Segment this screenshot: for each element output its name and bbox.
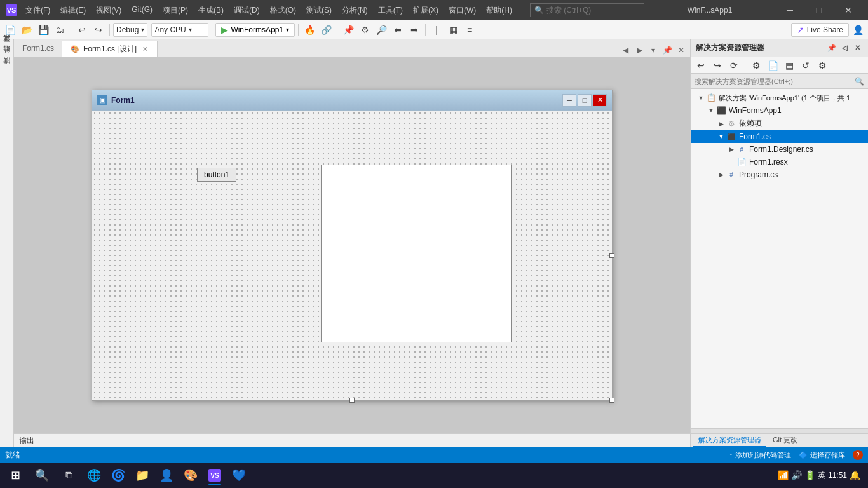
taskbar-explorer-app[interactable]: 📁 (131, 464, 154, 487)
tree-item-solution[interactable]: ▼ 📋 解决方案 'WinFormsApp1' (1 个项目，共 1 (691, 92, 868, 104)
taskbar-vscode-app[interactable]: 💙 (227, 464, 250, 487)
toolbar-btn8[interactable]: ≡ (462, 22, 477, 37)
se-refresh-btn[interactable]: ↺ (798, 58, 813, 73)
toolbar-btn1[interactable]: 📌 (341, 22, 356, 37)
minimize-button[interactable]: ─ (775, 0, 804, 20)
se-collapse-btn[interactable]: ▤ (782, 58, 797, 73)
toolbar-btn2[interactable]: ⚙ (357, 22, 372, 37)
resize-handle-br[interactable] (609, 398, 614, 403)
se-sync-btn[interactable]: ⟳ (726, 58, 742, 73)
task-view-btn[interactable]: ⧉ (56, 464, 81, 487)
menu-file[interactable]: 文件(F) (20, 3, 55, 18)
toolbar-btn7[interactable]: ▦ (445, 22, 461, 37)
se-preview-btn[interactable]: 📄 (765, 58, 780, 73)
taskbar-vs-app[interactable]: VS (203, 464, 226, 487)
redo-btn[interactable]: ↪ (91, 22, 106, 37)
tab-scroll-right[interactable]: ▶ (633, 44, 646, 57)
menu-window[interactable]: 窗口(W) (444, 3, 481, 18)
tab-form1-design[interactable]: 🎨 Form1.cs [设计] ✕ (62, 41, 158, 57)
form1-picturebox[interactable] (321, 165, 512, 342)
tree-item-form1designer[interactable]: ▶ # Form1.Designer.cs (691, 143, 868, 156)
taskbar-app3[interactable]: 👤 (155, 464, 178, 487)
diagram-label[interactable]: 前端 (1, 53, 13, 64)
tree-item-project[interactable]: ▼ ⬛ WinFormsApp1 (691, 104, 868, 117)
menu-test[interactable]: 测试(S) (301, 3, 337, 18)
tab-close-button[interactable]: ✕ (140, 44, 149, 53)
undo-btn[interactable]: ↩ (74, 22, 90, 37)
se-auto-hide-btn[interactable]: ◁ (839, 43, 850, 54)
search-taskbar-btn[interactable]: 🔍 (29, 464, 55, 487)
maximize-button[interactable]: □ (804, 0, 834, 20)
hot-reload-btn[interactable]: 🔥 (302, 22, 317, 37)
menu-git[interactable]: Git(G) (126, 3, 158, 18)
form1-close-btn[interactable]: ✕ (593, 94, 607, 107)
layer-label[interactable]: 满 (1, 65, 13, 75)
new-project-btn[interactable]: 📄 (3, 22, 18, 37)
tree-item-programcs[interactable]: ▶ # Program.cs (691, 168, 868, 181)
pin-tab-btn[interactable]: 📌 (661, 44, 674, 57)
notification-icon[interactable]: 🔔 (850, 470, 860, 480)
taskbar-reload-app[interactable]: 🌀 (107, 464, 130, 487)
title-search-box[interactable]: 🔍 (530, 3, 644, 17)
toolbar-btn4[interactable]: ⬅ (390, 22, 405, 37)
live-share-button[interactable]: ↗ Live Share (791, 23, 849, 37)
menu-edit[interactable]: 编辑(E) (55, 3, 91, 18)
form1-maximize-btn[interactable]: □ (578, 94, 592, 107)
tree-item-form1resx[interactable]: ▶ 📄 Form1.resx (691, 156, 868, 168)
debug-config-dropdown[interactable]: Debug ▾ (113, 23, 147, 37)
form1-body[interactable]: button1 (92, 111, 612, 400)
se-filter-btn[interactable]: ⚙ (749, 58, 764, 73)
menu-build[interactable]: 生成(B) (193, 3, 229, 18)
toolbar-btn5[interactable]: ➡ (407, 22, 422, 37)
taskbar-edge-app[interactable]: 🌐 (83, 464, 105, 487)
form1-window[interactable]: ▣ Form1 ─ □ ✕ button1 (92, 90, 613, 401)
save-all-btn[interactable]: 🗂 (52, 22, 67, 37)
form1-button1[interactable]: button1 (197, 168, 236, 182)
se-close-btn[interactable]: ✕ (851, 43, 863, 54)
tab-form1-cs[interactable]: Form1.cs (14, 40, 62, 57)
menu-project[interactable]: 项目(P) (158, 3, 193, 18)
menu-analyze[interactable]: 分析(N) (337, 3, 373, 18)
menu-format[interactable]: 格式(O) (265, 3, 301, 18)
platform-dropdown[interactable]: Any CPU ▾ (151, 23, 208, 37)
resize-handle-bm[interactable] (349, 398, 355, 403)
select-repo-btn[interactable]: 🔷 选择存储库 (799, 451, 845, 460)
toolbar-btn6[interactable]: | (429, 22, 444, 37)
design-canvas[interactable]: ▣ Form1 ─ □ ✕ button1 (14, 57, 690, 433)
se-pin-btn[interactable]: 📌 (826, 43, 837, 54)
se-settings-btn[interactable]: ⚙ (815, 58, 830, 73)
toolbar-btn3[interactable]: 🔎 (374, 22, 389, 37)
notification-badge[interactable]: 2 (853, 450, 863, 460)
menu-tools[interactable]: 工具(T) (373, 3, 408, 18)
toolbox-label[interactable]: 工具箱 (1, 42, 13, 52)
tab-options[interactable]: ▾ (647, 44, 660, 57)
se-forward-btn[interactable]: ↪ (710, 58, 725, 73)
run-btn[interactable]: ▶ WinFormsApp1 ▾ (215, 23, 295, 37)
save-btn[interactable]: 💾 (36, 22, 51, 37)
taskbar-app4[interactable]: 🎨 (179, 464, 202, 487)
attach-btn[interactable]: 🔗 (318, 22, 334, 37)
close-button[interactable]: ✕ (834, 0, 863, 20)
menu-extensions[interactable]: 扩展(X) (408, 3, 444, 18)
resize-handle-rm[interactable] (609, 253, 614, 258)
se-scrollbar[interactable] (691, 428, 868, 433)
menu-view[interactable]: 视图(V) (91, 3, 126, 18)
se-search[interactable]: 🔍 (691, 74, 868, 89)
se-back-btn[interactable]: ↩ (693, 58, 709, 73)
menu-debug[interactable]: 调试(D) (229, 3, 265, 18)
se-search-input[interactable] (695, 78, 852, 85)
se-tab-solution[interactable]: 解决方案资源管理器 (693, 434, 766, 447)
tab-scroll-left[interactable]: ◀ (619, 44, 632, 57)
title-search-input[interactable] (546, 6, 635, 15)
form1-minimize-btn[interactable]: ─ (562, 94, 576, 107)
close-tab-btn[interactable]: ✕ (675, 44, 688, 57)
status-bar: 就绪 ↑ 添加到源代码管理 🔷 选择存储库 2 (0, 447, 868, 463)
menu-help[interactable]: 帮助(H) (481, 3, 517, 18)
tree-item-dependencies[interactable]: ▶ ⚙ 依赖项 (691, 117, 868, 130)
se-tab-git[interactable]: Git 更改 (768, 434, 803, 447)
tree-item-form1cs[interactable]: ▼ ⬛ Form1.cs (691, 130, 868, 143)
feedback-btn[interactable]: 👤 (850, 22, 865, 37)
open-btn[interactable]: 📂 (19, 22, 34, 37)
start-button[interactable]: ⊞ (3, 464, 28, 487)
add-source-control-btn[interactable]: ↑ 添加到源代码管理 (729, 451, 792, 460)
